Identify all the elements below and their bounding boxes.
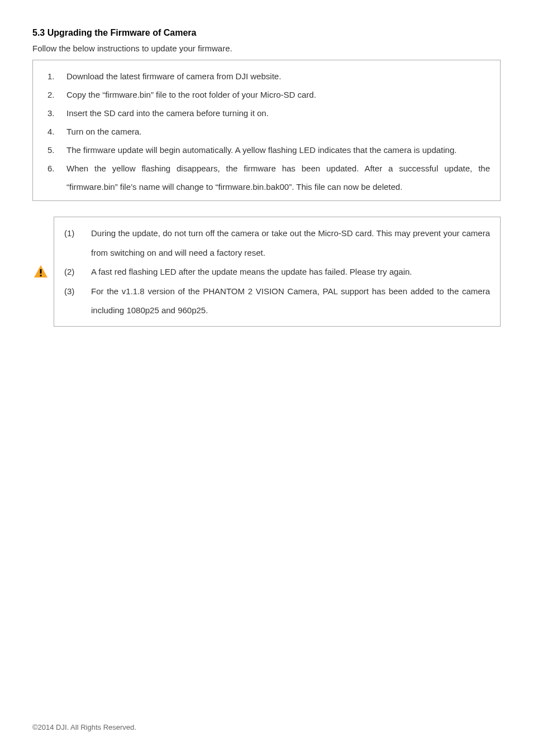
step-text: Download the latest firmware of camera f…	[66, 67, 490, 85]
step-number: 2.	[43, 85, 66, 104]
step-number: 1.	[43, 67, 66, 85]
warning-number: (2)	[64, 262, 91, 282]
warning-icon	[34, 265, 48, 278]
warning-row: (1) During the update, do not turn off t…	[64, 224, 490, 262]
footer-copyright: ©2014 DJI. All Rights Reserved.	[32, 723, 136, 731]
warning-number: (3)	[64, 282, 91, 302]
warning-container: (1) During the update, do not turn off t…	[32, 217, 501, 327]
step-text: Turn on the camera.	[66, 122, 490, 141]
step-row: 6. When the yellow flashing disappears, …	[43, 159, 490, 196]
warning-text: For the v1.1.8 version of the PHANTOM 2 …	[91, 282, 490, 320]
step-text: When the yellow flashing disappears, the…	[66, 159, 490, 196]
step-row: 2. Copy the “firmware.bin” file to the r…	[43, 85, 490, 104]
step-row: 5. The firmware update will begin automa…	[43, 141, 490, 159]
warning-text: A fast red flashing LED after the update…	[91, 262, 490, 282]
intro-text: Follow the below instructions to update …	[32, 44, 501, 53]
step-row: 1. Download the latest firmware of camer…	[43, 67, 490, 85]
svg-rect-1	[40, 269, 42, 274]
step-number: 4.	[43, 122, 66, 141]
step-text: Insert the SD card into the camera befor…	[66, 104, 490, 122]
step-number: 6.	[43, 159, 66, 178]
step-row: 4. Turn on the camera.	[43, 122, 490, 141]
step-text: The firmware update will begin automatic…	[66, 141, 490, 159]
step-row: 3. Insert the SD card into the camera be…	[43, 104, 490, 122]
warning-row: (3) For the v1.1.8 version of the PHANTO…	[64, 282, 490, 320]
warning-number: (1)	[64, 224, 91, 243]
section-heading: 5.3 Upgrading the Firmware of Camera	[32, 28, 501, 38]
warning-text: During the update, do not turn off the c…	[91, 224, 490, 262]
step-number: 3.	[43, 104, 66, 122]
warning-row: (2) A fast red flashing LED after the up…	[64, 262, 490, 282]
warning-box: (1) During the update, do not turn off t…	[54, 217, 501, 327]
step-text: Copy the “firmware.bin” file to the root…	[66, 85, 490, 104]
step-number: 5.	[43, 141, 66, 159]
steps-box: 1. Download the latest firmware of camer…	[32, 60, 501, 201]
svg-rect-2	[40, 275, 42, 276]
warning-icon-column	[32, 265, 54, 278]
